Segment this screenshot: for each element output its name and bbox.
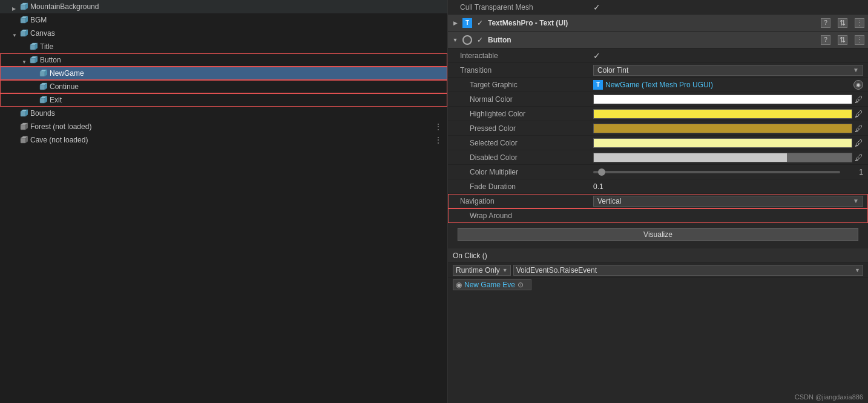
- hierarchy-label: BGM: [30, 16, 47, 24]
- target-graphic-label: Target Graphic: [460, 81, 593, 89]
- hierarchy-item-exit[interactable]: Exit: [0, 93, 447, 107]
- selected-color-swatch[interactable]: [593, 138, 852, 148]
- hierarchy-label: NewGame: [50, 69, 84, 78]
- event-dropdown[interactable]: VoidEventSo.RaiseEvent ▼: [513, 265, 863, 276]
- help-icon[interactable]: ?: [821, 35, 830, 45]
- hierarchy-item-forest[interactable]: Forest (not loaded) ⋮: [0, 120, 447, 133]
- normal-color-swatch[interactable]: [593, 95, 852, 104]
- slider-thumb[interactable]: [598, 168, 605, 176]
- button-circle-icon: [462, 35, 472, 45]
- selected-color-row: Selected Color 🖊: [448, 136, 868, 150]
- button-section-body: Interactable ✓ Transition Color Tint ▼ T…: [448, 48, 868, 223]
- eyedropper-icon[interactable]: 🖊: [855, 138, 863, 148]
- navigation-dropdown-text: Vertical: [597, 197, 621, 205]
- settings-icon[interactable]: ⇅: [838, 18, 847, 28]
- transition-label: Transition: [460, 66, 593, 75]
- pressed-color-swatch-row: 🖊: [593, 124, 863, 133]
- hierarchy-item-newgame[interactable]: NewGame: [0, 67, 447, 80]
- color-multiplier-value: 1: [593, 168, 863, 176]
- disabled-color-swatch-row: 🖊: [593, 153, 863, 162]
- svg-rect-6: [21, 32, 25, 36]
- slider-value-text: 1: [845, 168, 863, 176]
- help-icon[interactable]: ?: [821, 18, 830, 28]
- hierarchy-item-continue[interactable]: Continue: [0, 80, 447, 93]
- navigation-row: Navigation Vertical ▼: [448, 194, 868, 208]
- slider-track[interactable]: [593, 171, 840, 173]
- normal-color-row: Normal Color 🖊: [448, 92, 868, 107]
- disabled-color-swatch[interactable]: [593, 153, 852, 162]
- cube-icon: [39, 96, 47, 104]
- event-obj-text: New Game Eve: [464, 281, 515, 289]
- highlighted-color-value: 🖊: [593, 109, 863, 119]
- checkbox-icon[interactable]: ✓: [477, 19, 483, 27]
- svg-rect-21: [40, 98, 45, 103]
- transition-dropdown-text: Color Tint: [597, 66, 628, 75]
- eyedropper-icon[interactable]: 🖊: [855, 109, 863, 119]
- settings-icon[interactable]: ⇅: [838, 35, 847, 45]
- hierarchy-label: Forest (not loaded): [30, 122, 91, 131]
- selected-color-label: Selected Color: [460, 139, 593, 147]
- disabled-color-row: Disabled Color 🖊: [448, 150, 868, 165]
- highlighted-color-row: Highlighted Color 🖊: [448, 107, 868, 121]
- hierarchy-item-cave[interactable]: Cave (not loaded) ⋮: [0, 133, 447, 147]
- menu-dots-icon[interactable]: ⋮: [434, 122, 442, 132]
- hierarchy-item-title[interactable]: Title: [0, 40, 447, 53]
- triangle-icon: [12, 4, 18, 10]
- eyedropper-icon[interactable]: 🖊: [855, 153, 863, 162]
- eyedropper-icon[interactable]: 🖊: [855, 95, 863, 104]
- more-icon[interactable]: ⋮: [855, 18, 864, 28]
- navigation-dropdown[interactable]: Vertical ▼: [593, 196, 863, 207]
- menu-dots-icon[interactable]: ⋮: [434, 135, 442, 145]
- highlighted-color-swatch-row: 🖊: [593, 109, 863, 119]
- cube-icon: [29, 42, 38, 51]
- fade-duration-row: Fade Duration 0.1: [448, 179, 868, 194]
- more-icon[interactable]: ⋮: [855, 35, 864, 45]
- target-graphic-select-btn[interactable]: ◉: [853, 80, 863, 90]
- fade-duration-label: Fade Duration: [460, 182, 593, 191]
- hierarchy-label: Cave (not loaded): [30, 136, 88, 144]
- eyedropper-icon[interactable]: 🖊: [855, 124, 863, 133]
- cube-icon: [39, 69, 47, 78]
- textmeshpro-section-header: ▶ T ✓ TextMeshPro - Text (UI) ? ⇅ ⋮: [448, 15, 868, 32]
- hierarchy-item-mountainbg[interactable]: MountainBackground: [0, 0, 447, 13]
- svg-rect-3: [21, 18, 25, 23]
- triangle-icon: [12, 30, 18, 36]
- pressed-color-value: 🖊: [593, 124, 863, 133]
- pressed-color-swatch[interactable]: [593, 124, 852, 133]
- fade-duration-text: 0.1: [593, 182, 603, 191]
- runtime-dropdown[interactable]: Runtime Only ▼: [453, 265, 511, 276]
- target-graphic-text: NewGame (Text Mesh Pro UGUI): [605, 81, 851, 89]
- hierarchy-item-bounds[interactable]: Bounds: [0, 107, 447, 120]
- transition-dropdown[interactable]: Color Tint ▼: [593, 65, 863, 76]
- visualize-container: Visualize: [448, 223, 868, 246]
- event-object-field[interactable]: ◉ New Game Eve ⊙: [453, 279, 531, 290]
- checkbox-icon[interactable]: ✓: [477, 36, 483, 44]
- svg-rect-9: [30, 45, 35, 50]
- target-graphic-value: T NewGame (Text Mesh Pro UGUI) ◉: [593, 80, 863, 90]
- button-title: Button: [488, 36, 818, 44]
- color-multiplier-label: Color Multiplier: [460, 168, 593, 176]
- textmesh-icon: T: [462, 18, 472, 28]
- slider-container: 1: [593, 168, 863, 176]
- hierarchy-label: Canvas: [30, 29, 55, 38]
- hierarchy-item-button[interactable]: Button: [0, 53, 447, 67]
- svg-rect-24: [21, 112, 25, 116]
- wrap-around-row: Wrap Around: [448, 208, 868, 223]
- hierarchy-label: Title: [40, 42, 53, 51]
- highlighted-color-swatch[interactable]: [593, 109, 852, 119]
- event-arrow: ▼: [855, 267, 860, 273]
- wrap-around-label: Wrap Around: [460, 211, 593, 220]
- hierarchy-item-canvas[interactable]: Canvas: [0, 27, 447, 40]
- expand-icon[interactable]: ▶: [452, 19, 459, 27]
- runtime-arrow: ▼: [502, 267, 508, 273]
- expand-icon[interactable]: ▼: [452, 36, 459, 44]
- event-obj-circle-icon: ⊙: [518, 281, 524, 289]
- event-obj-icon: ◉: [456, 281, 462, 289]
- cube-icon: [19, 2, 28, 11]
- interactable-label: Interactable: [460, 52, 593, 60]
- interactable-checkmark[interactable]: ✓: [593, 51, 600, 61]
- button-section-header: ▼ ✓ Button ? ⇅ ⋮: [448, 32, 868, 48]
- visualize-button[interactable]: Visualize: [458, 228, 858, 241]
- hierarchy-item-bgm[interactable]: BGM: [0, 13, 447, 27]
- navigation-value: Vertical ▼: [593, 196, 863, 207]
